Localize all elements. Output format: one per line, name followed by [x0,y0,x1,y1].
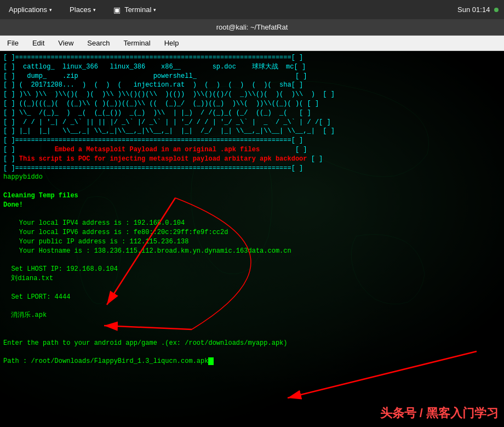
happybiddo-line: happybiddo [3,173,501,182]
ipv4-line: Your local IPV4 address is : 192.168.0.1… [3,219,501,228]
menu-search[interactable]: Search [84,38,112,48]
title-bar: root@kali: ~/ThefatRat [0,19,504,36]
ascii-line-7: [ ] / / | '_| / _\` || || |/ _\` |/ _\` … [3,118,501,127]
watermark: 头条号 / 黑客入门学习 [380,405,499,422]
ascii-line-3: [ ] ( 20171208... ) ( ) ( injection.rat … [3,81,501,90]
ascii-line-5: [ ] ((_)(((_)( ((_)\\ ( )(_))((_)\\ (( (… [3,99,501,109]
ascii-border-bottom: [ ]=====================================… [3,136,501,145]
ascii-line-6: [ ] \\_ /(_)_ ) _( (_(_()) _(_) )\\ | |_… [3,109,501,118]
terminal-window: root@kali: ~/ThefatRat File Edit View Se… [0,19,504,427]
system-bar-left: Applications ▾ Places ▾ ▣ Terminal ▾ [5,3,159,16]
terminal-text: [ ]=====================================… [3,53,501,366]
blank-1 [3,182,501,191]
status-dot [494,8,499,12]
blank-5 [3,302,501,311]
done-line: Done! [3,201,501,210]
blank-2 [3,210,501,219]
ascii-border-top: [ ]=====================================… [3,53,501,62]
apk-line: 消消乐.apk [3,311,501,320]
terminal-arrow: ▾ [153,7,156,13]
menu-edit[interactable]: Edit [30,38,47,48]
diana-line: 刘diana.txt [3,274,501,283]
places-menu[interactable]: Places ▾ [66,3,99,16]
menu-help[interactable]: Help [162,38,182,48]
datetime-label: Sun 01:14 [457,5,490,14]
ascii-embed-line: [ ] Embed a Metasploit Payload in an ori… [3,145,501,155]
watermark-text: 头条号 / 黑客入门学习 [380,406,499,420]
ipv6-line: Your local IPV6 address is : fe80::20c:2… [3,228,501,237]
cleaning-line: Cleaning Temp files [3,191,501,201]
hostname-line: Your Hostname is : 138.236.115.112.broad… [3,247,501,256]
lhost-line: Set LHOST IP: 192.168.0.104 [3,265,501,274]
terminal-content[interactable]: [ ]=====================================… [0,51,504,427]
blank-8 [3,348,501,357]
applications-menu[interactable]: Applications ▾ [5,3,55,16]
blank-7 [3,329,501,339]
ascii-line-1: [ ] cattlog_ linux_366 linux_386 x86__ s… [3,62,501,72]
menu-terminal[interactable]: Terminal [121,38,153,48]
system-bar: Applications ▾ Places ▾ ▣ Terminal ▾ Sun… [0,0,504,19]
ascii-poc-line: [ ] This script is POC for injecting met… [3,155,501,164]
path-input-line: Path : /root/Downloads/FlappyBird_1.3_li… [3,357,501,366]
places-arrow: ▾ [93,7,96,13]
menu-view[interactable]: View [55,38,76,48]
ascii-line-8: [ ] |_| |_| \\__,_| \\_,_|\\__,_|\\__,_|… [3,127,501,136]
ascii-border-end: [ ]=====================================… [3,164,501,173]
ascii-line-2: [ ] dump_ .zip powershell_ [ ] [3,72,501,81]
terminal-label: Terminal [124,5,151,14]
blank-6 [3,320,501,329]
terminal-menu[interactable]: ▣ Terminal ▾ [110,3,159,16]
system-bar-right: Sun 01:14 [457,5,499,14]
blank-3 [3,256,501,265]
window-title: root@kali: ~/ThefatRat [216,23,288,31]
public-ip-line: Your public IP address is : 112.115.236.… [3,237,501,247]
menu-file[interactable]: File [4,38,21,48]
terminal-icon: ▣ [113,5,121,14]
ascii-line-4: [ ] )\\ )\\ )\\()( )( )\\ )\\()()(\\ )((… [3,90,501,99]
applications-label: Applications [9,5,47,14]
menu-bar: File Edit View Search Terminal Help [0,36,504,51]
applications-arrow: ▾ [49,7,52,13]
terminal-cursor [208,357,213,365]
lport-line: Set LPORT: 4444 [3,293,501,302]
enter-path-line: Enter the path to your android app/game … [3,339,501,348]
places-label: Places [70,5,91,14]
blank-4 [3,283,501,293]
